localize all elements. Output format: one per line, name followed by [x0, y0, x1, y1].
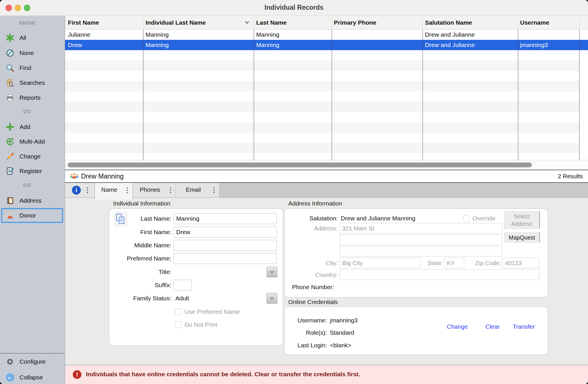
clear-credentials-link[interactable]: Clear	[485, 323, 500, 330]
sidebar-item-configure[interactable]: Configure	[0, 356, 65, 367]
zip-code-field[interactable]	[502, 258, 540, 268]
do-not-print-checkbox[interactable]	[175, 321, 182, 328]
main-area: First Name Individual Last Name Last Nam…	[65, 16, 588, 384]
tab-email[interactable]: Email	[176, 183, 219, 197]
prohibited-icon	[5, 48, 15, 58]
transfer-credentials-link[interactable]: Transfer	[513, 323, 535, 330]
tab-info[interactable]: i	[65, 183, 95, 197]
middle-name-field[interactable]	[174, 240, 277, 251]
cell-last-name: Manning	[256, 31, 279, 38]
horizontal-scrollbar-thumb[interactable]	[68, 162, 532, 167]
username-value: jmanning3	[330, 316, 358, 325]
phone-number-label: Phone Number:	[285, 281, 334, 293]
country-label: Country:	[285, 269, 338, 280]
sidebar-item-label: Find	[19, 64, 31, 71]
individual-information-title: Individual Information	[113, 200, 170, 207]
family-status-value: Adult	[175, 293, 189, 304]
cell-salutation-name: Drew and Julianne	[425, 31, 475, 38]
column-header-last-name[interactable]: Last Name	[256, 19, 287, 26]
sidebar-item-register[interactable]: Register	[0, 164, 65, 179]
family-icon	[69, 172, 79, 182]
family-status-dropdown-button[interactable]	[266, 293, 277, 304]
sidebar-item-multi-add[interactable]: Multi-Add	[0, 134, 65, 149]
sidebar-item-label: Configure	[19, 358, 46, 365]
address-line2-field[interactable]	[340, 235, 502, 245]
sidebar-item-find[interactable]: Find	[0, 60, 65, 75]
cell-first-name: Julianne	[68, 31, 90, 38]
info-icon: i	[72, 186, 81, 195]
city-field[interactable]	[340, 258, 420, 268]
tab-drag-handle-icon[interactable]	[213, 187, 215, 189]
sidebar: SHOW All None Find Searches	[0, 16, 65, 384]
address-line3-field[interactable]	[340, 246, 502, 256]
sidebar-section-do: DO	[0, 109, 54, 115]
address-line1-field[interactable]	[340, 223, 502, 234]
asterisk-icon	[5, 33, 15, 43]
last-login-label: Last Login:	[285, 341, 327, 350]
sidebar-item-label: Address	[19, 197, 42, 204]
first-name-field[interactable]	[174, 227, 277, 238]
suffix-field[interactable]	[174, 280, 191, 291]
first-name-label: First Name:	[109, 227, 171, 238]
address-book-icon	[5, 196, 15, 205]
record-name: Drew Manning	[81, 173, 124, 180]
column-header-salutation-name[interactable]: Salutation Name	[425, 19, 472, 26]
sidebar-item-label: All	[19, 34, 26, 41]
change-credentials-link[interactable]: Change	[447, 323, 468, 330]
last-name-field[interactable]	[174, 213, 277, 224]
use-preferred-name-checkbox[interactable]	[175, 308, 182, 315]
sidebar-item-all[interactable]: All	[0, 30, 65, 45]
address-label: Address:	[285, 223, 338, 234]
use-preferred-name-label: Use Preferred Name	[185, 307, 240, 316]
do-not-print-label: Do Not Print	[185, 320, 217, 329]
sidebar-item-reports[interactable]: Reports	[0, 90, 65, 105]
titlebar: Individual Records	[0, 0, 588, 16]
column-header-username[interactable]: Username	[520, 19, 549, 26]
state-field[interactable]	[444, 258, 464, 268]
cell-individual-last-name: Manning	[146, 31, 169, 38]
cell-first-name: Drew	[68, 42, 82, 48]
title-dropdown-button[interactable]	[266, 267, 277, 277]
sidebar-item-collapse[interactable]: « Collapse	[0, 372, 65, 383]
city-label: City:	[285, 258, 338, 268]
tab-name[interactable]: Name	[95, 183, 133, 200]
country-field[interactable]	[340, 269, 540, 280]
tab-drag-handle-icon[interactable]	[170, 187, 171, 189]
preferred-name-field[interactable]	[174, 253, 277, 264]
results-count: 2 Results	[558, 173, 583, 180]
cell-last-name: Manning	[256, 42, 279, 48]
salutation-value: Drew and Julianne Manning	[341, 213, 415, 223]
sidebar-item-address[interactable]: Address	[0, 193, 65, 208]
donor-icon	[5, 211, 15, 220]
tab-bar: i Name Phones Email	[65, 183, 588, 198]
gear-icon	[5, 357, 15, 367]
sidebar-item-change[interactable]: Change	[0, 149, 65, 164]
sidebar-item-label: None	[19, 50, 34, 56]
sidebar-item-add[interactable]: Add	[0, 119, 65, 134]
column-header-individual-last-name[interactable]: Individual Last Name	[146, 19, 206, 26]
pencil-icon	[5, 152, 15, 161]
detail-pane: Individual Information Last Name: First …	[65, 198, 588, 365]
sidebar-item-searches[interactable]: Searches	[0, 75, 65, 90]
tab-phones[interactable]: Phones	[133, 183, 176, 197]
column-header-primary-phone[interactable]: Primary Phone	[334, 19, 376, 26]
tab-label: Name	[95, 186, 124, 193]
state-label: State:	[422, 258, 443, 268]
override-checkbox[interactable]	[463, 215, 470, 222]
sidebar-item-donor[interactable]: Donor	[0, 208, 65, 223]
online-credentials-title: Online Credentials	[288, 299, 338, 305]
sidebar-item-label: Collapse	[19, 374, 43, 381]
horizontal-scrollbar-track[interactable]	[65, 160, 588, 170]
roles-label: Role(s):	[285, 328, 327, 337]
svg-text:«: «	[8, 375, 12, 380]
sidebar-item-none[interactable]: None	[0, 46, 65, 60]
mapquest-button[interactable]: MapQuest	[504, 232, 540, 242]
column-header-first-name[interactable]: First Name	[68, 19, 99, 26]
table-body: Julianne Manning Manning Drew and Julian…	[65, 30, 588, 160]
preferred-name-label: Preferred Name:	[109, 253, 171, 264]
tab-drag-handle-icon[interactable]	[87, 187, 88, 189]
tab-drag-handle-icon[interactable]	[127, 187, 128, 189]
sidebar-item-label: Donor	[19, 212, 36, 219]
sidebar-item-label: Multi-Add	[19, 138, 45, 145]
cell-individual-last-name: Manning	[146, 42, 169, 48]
